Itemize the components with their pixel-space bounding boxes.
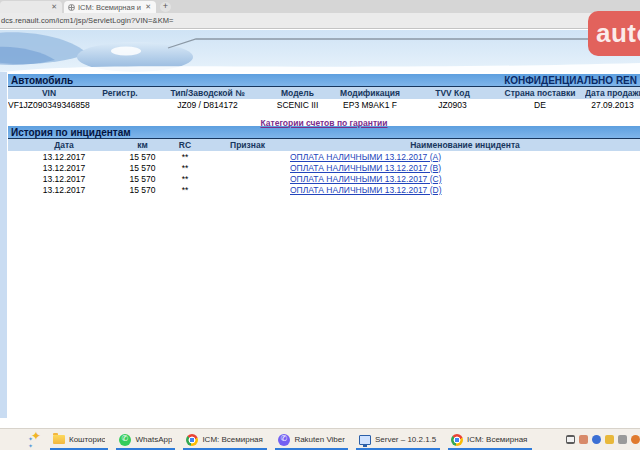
blue-app-icon[interactable] bbox=[592, 435, 601, 444]
vehicle-value-row: VF1JZ090349346858 JZ09 / D814172 SCENIC … bbox=[8, 99, 640, 110]
tab-title: ICM: Всемирная информацио... bbox=[78, 3, 141, 12]
incident-date: 13.12.2017 bbox=[8, 162, 120, 173]
taskbar-item-label: ICM: Всемирная и... bbox=[202, 435, 264, 444]
type-value: JZ09 / D814172 bbox=[150, 99, 265, 110]
table-row: 13.12.2017 15 570 ** ОПЛАТА НАЛИЧНЫМИ 13… bbox=[8, 184, 640, 195]
col-registr: Регистр. bbox=[90, 87, 150, 99]
orange-app-icon[interactable] bbox=[631, 435, 640, 444]
vehicle-section-header: Автомобиль КОНФИДЕНЦИАЛЬНО REN bbox=[8, 74, 640, 87]
taskbar-item-server[interactable]: Server – 10.2.1.5 – n... bbox=[352, 429, 444, 450]
col-model: Модель bbox=[265, 87, 330, 99]
incident-rc: ** bbox=[165, 173, 205, 184]
taskbar-item-folder[interactable]: Кошторис bbox=[46, 429, 112, 450]
country-value: DE bbox=[495, 99, 585, 110]
taskbar-item-viber[interactable]: Rakuten Viber bbox=[271, 429, 352, 450]
col-modification: Модификация bbox=[330, 87, 410, 99]
taskbar-item-chrome-icm-1[interactable]: ICM: Всемирная и... bbox=[179, 429, 271, 450]
warranty-accounts-link[interactable]: Категории счетов по гарантии bbox=[260, 118, 387, 128]
whatsapp-icon bbox=[119, 434, 131, 446]
col-km: км bbox=[120, 139, 165, 151]
incidents-table: Дата км RC Признак Наименование инцидент… bbox=[8, 139, 640, 195]
incident-rc: ** bbox=[165, 162, 205, 173]
col-sign: Признак bbox=[205, 139, 290, 151]
page-content: Автомобиль КОНФИДЕНЦИАЛЬНО REN VIN Регис… bbox=[8, 74, 640, 195]
url-text[interactable]: dcs.renault.com/icm1/jsp/ServletLogin?VI… bbox=[0, 16, 174, 25]
tab-icm[interactable]: ICM: Всемирная информацио... ✕ bbox=[64, 1, 156, 13]
incident-link[interactable]: ОПЛАТА НАЛИЧНЫМИ 13.12.2017 (C) bbox=[290, 174, 442, 184]
taskbar-item-label: WhatsApp bbox=[135, 435, 172, 444]
incidents-header-row: Дата км RC Признак Наименование инцидент… bbox=[8, 139, 640, 151]
incident-date: 13.12.2017 bbox=[8, 151, 120, 162]
confidential-label: КОНФИДЕНЦИАЛЬНО REN bbox=[504, 75, 637, 86]
mail-icon[interactable] bbox=[566, 435, 575, 444]
taskbar-item-label: Rakuten Viber bbox=[294, 435, 345, 444]
col-vin: VIN bbox=[8, 87, 90, 99]
address-bar[interactable]: dcs.renault.com/icm1/jsp/ServletLogin?VI… bbox=[0, 13, 640, 29]
table-row: 13.12.2017 15 570 ** ОПЛАТА НАЛИЧНЫМИ 13… bbox=[8, 151, 640, 162]
tab-left-fragment[interactable]: ✕ bbox=[0, 1, 62, 13]
incident-date: 13.12.2017 bbox=[8, 173, 120, 184]
vehicle-title: Автомобиль bbox=[11, 75, 73, 86]
sparkles-icon[interactable] bbox=[28, 429, 46, 445]
photo-icon[interactable] bbox=[579, 435, 588, 444]
shield-icon[interactable] bbox=[605, 435, 614, 444]
close-icon[interactable]: ✕ bbox=[144, 3, 152, 11]
col-type: Тип/Заводской № bbox=[150, 87, 265, 99]
vin-value: VF1JZ090349346858 bbox=[8, 99, 90, 110]
folder-icon bbox=[53, 435, 65, 444]
display-icon[interactable] bbox=[618, 435, 627, 444]
vehicle-header-row: VIN Регистр. Тип/Заводской № Модель Моди… bbox=[8, 87, 640, 99]
tab-strip: ✕ ICM: Всемирная информацио... ✕ + bbox=[0, 0, 640, 13]
incident-km: 15 570 bbox=[120, 173, 165, 184]
vehicle-table: VIN Регистр. Тип/Заводской № Модель Моди… bbox=[8, 87, 640, 110]
viber-icon bbox=[278, 434, 290, 446]
taskbar: Кошторис WhatsApp ICM: Всемирная и... Ra… bbox=[0, 428, 640, 450]
registr-value bbox=[90, 99, 150, 110]
incident-sign bbox=[205, 162, 290, 173]
col-rc: RC bbox=[165, 139, 205, 151]
incident-km: 15 570 bbox=[120, 184, 165, 195]
incident-km: 15 570 bbox=[120, 162, 165, 173]
incident-rc: ** bbox=[165, 184, 205, 195]
banner-graphic bbox=[0, 30, 640, 72]
taskbar-item-label: Кошторис bbox=[69, 435, 105, 444]
col-incident-name: Наименование инцидента bbox=[290, 139, 640, 151]
incident-date: 13.12.2017 bbox=[8, 184, 120, 195]
col-country: Страна поставки bbox=[495, 87, 585, 99]
chrome-icon bbox=[451, 434, 463, 446]
page-left-margin bbox=[0, 72, 7, 418]
col-tvv: TVV Код bbox=[410, 87, 495, 99]
screen: ✕ ICM: Всемирная информацио... ✕ + dcs.r… bbox=[0, 0, 640, 450]
incident-km: 15 570 bbox=[120, 151, 165, 162]
taskbar-item-label: Server – 10.2.1.5 – n... bbox=[375, 435, 437, 444]
incident-link[interactable]: ОПЛАТА НАЛИЧНЫМИ 13.12.2017 (D) bbox=[290, 185, 442, 195]
incident-sign bbox=[205, 151, 290, 162]
system-tray bbox=[566, 429, 640, 450]
col-saledate: Дата продажи bbox=[585, 87, 640, 99]
modification-value: EP3 M9AK1 F bbox=[330, 99, 410, 110]
table-row: 13.12.2017 15 570 ** ОПЛАТА НАЛИЧНЫМИ 13… bbox=[8, 173, 640, 184]
model-value: SCENIC III bbox=[265, 99, 330, 110]
auto-watermark: auto bbox=[588, 11, 640, 56]
close-icon[interactable]: ✕ bbox=[50, 3, 58, 11]
new-tab-button[interactable]: + bbox=[160, 2, 171, 12]
server-icon bbox=[359, 435, 371, 445]
tvv-value: JZ0903 bbox=[410, 99, 495, 110]
taskbar-item-chrome-icm-2[interactable]: ICM: Всемирная и... bbox=[444, 429, 536, 450]
incident-sign bbox=[205, 184, 290, 195]
incident-link[interactable]: ОПЛАТА НАЛИЧНЫМИ 13.12.2017 (B) bbox=[290, 163, 441, 173]
incident-rc: ** bbox=[165, 151, 205, 162]
incidents-title: История по инцидентам bbox=[11, 127, 131, 138]
incident-link[interactable]: ОПЛАТА НАЛИЧНЫМИ 13.12.2017 (A) bbox=[290, 152, 441, 162]
chrome-icon bbox=[186, 434, 198, 446]
taskbar-item-whatsapp[interactable]: WhatsApp bbox=[112, 429, 179, 450]
saledate-value: 27.09.2013 bbox=[585, 99, 640, 110]
warranty-link-row: Категории счетов по гарантии bbox=[8, 110, 640, 123]
col-date: Дата bbox=[8, 139, 120, 151]
globe-icon bbox=[68, 4, 75, 11]
taskbar-item-label: ICM: Всемирная и... bbox=[467, 435, 529, 444]
table-row: 13.12.2017 15 570 ** ОПЛАТА НАЛИЧНЫМИ 13… bbox=[8, 162, 640, 173]
incident-sign bbox=[205, 173, 290, 184]
